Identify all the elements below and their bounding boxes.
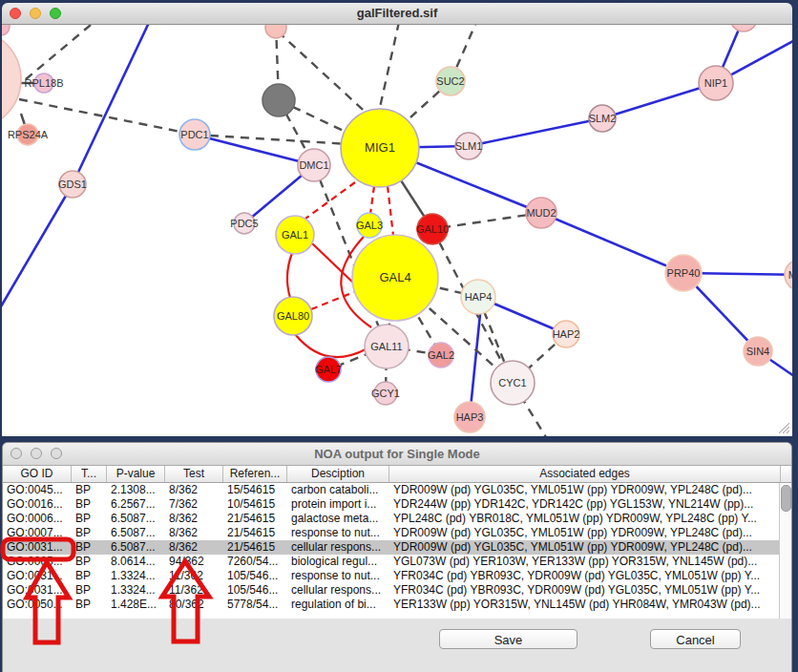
- cell: 5778/54...: [223, 598, 287, 612]
- column-header-associated-edges[interactable]: Associated edges: [389, 466, 781, 482]
- network-node-top-node[interactable]: [265, 25, 286, 38]
- table-row[interactable]: GO:0045...BP2.1308...8/36215/54615carbon…: [3, 483, 791, 497]
- noa-window: NOA output for Single Mode GO IDT...P-va…: [2, 442, 792, 672]
- network-edge[interactable]: [295, 334, 366, 357]
- node-label: GDS1: [58, 178, 87, 190]
- network-svg[interactable]: RPL18BRPS24AGDS1PDC1DMC1MIG1SUC2SLM1SLM2…: [2, 25, 792, 436]
- node-label: SLM2: [589, 113, 617, 124]
- scrollbar-thumb[interactable]: [781, 485, 791, 512]
- cell: 1.3324...: [107, 583, 165, 598]
- cell: BP: [72, 598, 107, 612]
- noa-window-titlebar[interactable]: NOA output for Single Mode: [3, 443, 791, 466]
- results-table: GO IDT...P-valueTestReferen...Desciption…: [3, 466, 791, 619]
- resize-grip[interactable]: [777, 421, 790, 434]
- node-label: PRP40: [667, 267, 701, 279]
- network-node-gray-node[interactable]: [262, 84, 295, 116]
- network-edge[interactable]: [305, 182, 355, 219]
- cell: YDR009W (pd) YGL035C, YML051W (pp) YDR00…: [389, 526, 781, 540]
- cell: YDR009W (pd) YGL035C, YML051W (pp) YDR00…: [389, 540, 781, 555]
- cell: GO:0065...: [3, 555, 72, 569]
- cell: 8/362: [165, 483, 223, 497]
- cell: biological regul...: [287, 555, 389, 569]
- column-header-test[interactable]: Test: [165, 466, 223, 482]
- network-edge[interactable]: [73, 25, 155, 184]
- table-row[interactable]: GO:0031...BP6.5087...8/36221/54615cellul…: [3, 540, 791, 555]
- cell: YDR244W (pp) YDR142C, YDR142C (pp) YGL15…: [389, 497, 781, 512]
- node-label: GAL80: [277, 310, 309, 322]
- cell: GO:0031...: [3, 583, 72, 598]
- cell: 6.5087...: [107, 526, 165, 540]
- cell: BP: [72, 555, 107, 569]
- cell: 8/362: [165, 526, 223, 540]
- cell: 11/362: [165, 583, 223, 598]
- network-node-big-left-node[interactable]: [2, 30, 21, 129]
- cell: 94/362: [165, 555, 223, 569]
- cell: 1.428E...: [107, 598, 165, 612]
- cell: BP: [72, 512, 107, 526]
- network-edge[interactable]: [541, 213, 683, 273]
- network-edge[interactable]: [311, 292, 354, 309]
- node-label: PDC1: [180, 129, 208, 140]
- table-row[interactable]: GO:0065...BP8.0614...94/3627260/54...bio…: [3, 555, 791, 569]
- network-edge[interactable]: [195, 135, 314, 165]
- cell: BP: [72, 583, 107, 598]
- network-edge[interactable]: [19, 25, 91, 85]
- node-label: SUC2: [436, 75, 464, 87]
- save-button[interactable]: Save: [439, 629, 578, 649]
- noa-window-title: NOA output for Single Mode: [3, 447, 791, 461]
- network-edge[interactable]: [469, 118, 602, 146]
- node-label: GAL4: [379, 270, 410, 284]
- cell: 1.3324...: [107, 569, 165, 583]
- table-header: GO IDT...P-valueTestReferen...Desciption…: [3, 466, 791, 483]
- vertical-scrollbar[interactable]: [779, 483, 791, 619]
- node-label: MSN: [788, 269, 792, 281]
- column-header-p-value[interactable]: P-value: [107, 466, 165, 482]
- node-label: SLM1: [455, 140, 483, 152]
- desktop: galFiltered.sif RPL18BRPS24AGDS1PDC1DMC1…: [0, 0, 798, 672]
- network-edge[interactable]: [2, 184, 73, 318]
- network-window-titlebar[interactable]: galFiltered.sif: [2, 3, 792, 25]
- network-edge[interactable]: [312, 243, 356, 285]
- cell: GO:0050...: [3, 598, 72, 612]
- cell: BP: [72, 526, 107, 540]
- cell: 2.1308...: [107, 483, 165, 497]
- cell: 11/362: [165, 569, 223, 583]
- table-row[interactable]: GO:0050...BP1.428E...80/3625778/54...reg…: [3, 598, 791, 612]
- table-row[interactable]: GO:0031...BP1.3324...11/362105/546...res…: [3, 569, 791, 583]
- cell: GO:0045...: [3, 483, 72, 497]
- cell: YGL073W (pd) YER103W, YER133W (pp) YOR31…: [389, 555, 781, 569]
- table-row[interactable]: GO:0007...BP6.5087...8/36221/54615respon…: [3, 526, 791, 540]
- cell: 7/362: [165, 497, 223, 512]
- cell: 21/54615: [223, 512, 287, 526]
- cell: 6.2567...: [107, 497, 165, 512]
- cell: YFR034C (pd) YBR093C, YDR009W (pd) YGL03…: [389, 583, 781, 598]
- network-node-top-right-node[interactable]: [730, 25, 757, 32]
- column-header-referen[interactable]: Referen...: [223, 466, 287, 482]
- cell: YER133W (pp) YOR315W, YNL145W (pd) YHR08…: [389, 598, 781, 612]
- table-row[interactable]: GO:0031...BP1.3324...11/362105/546...cel…: [3, 583, 791, 598]
- cancel-button[interactable]: Cancel: [650, 629, 741, 649]
- cell: BP: [72, 569, 107, 583]
- cell: 105/546...: [223, 583, 287, 598]
- cell: 8/362: [165, 512, 223, 526]
- cell: 105/546...: [223, 569, 287, 583]
- network-edge[interactable]: [379, 25, 399, 112]
- node-label: GAL10: [416, 223, 449, 235]
- cell: 21/54615: [223, 526, 287, 540]
- network-edge[interactable]: [370, 186, 374, 214]
- column-header-desciption[interactable]: Desciption: [287, 466, 389, 482]
- table-row[interactable]: GO:0006...BP6.5087...8/36221/54615galact…: [3, 512, 791, 526]
- column-header-t[interactable]: T...: [72, 466, 107, 482]
- table-row[interactable]: GO:0016...BP6.2567...7/36210/54615protei…: [3, 497, 791, 512]
- network-edge[interactable]: [388, 186, 393, 236]
- node-label: GAL1: [282, 229, 308, 241]
- network-canvas[interactable]: RPL18BRPS24AGDS1PDC1DMC1MIG1SUC2SLM1SLM2…: [2, 25, 792, 436]
- node-label: GAL11: [370, 341, 402, 352]
- network-node-corner-node[interactable]: [2, 25, 10, 35]
- cell: galactose meta...: [287, 512, 389, 526]
- network-edge[interactable]: [287, 253, 292, 298]
- cell: cellular respons...: [287, 583, 389, 598]
- cell: regulation of bi...: [287, 598, 389, 612]
- column-header-go-id[interactable]: GO ID: [3, 466, 72, 482]
- cell: BP: [72, 540, 107, 555]
